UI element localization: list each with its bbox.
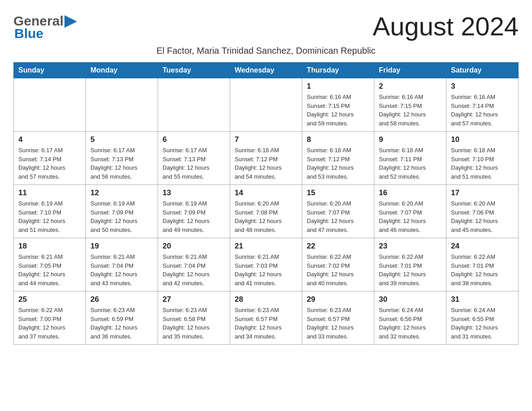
month-title: August 2024 [373, 13, 519, 39]
day-info: Sunrise: 6:20 AMSunset: 7:06 PMDaylight:… [451, 199, 514, 234]
day-number: 18 [18, 242, 81, 251]
day-number: 27 [163, 295, 225, 304]
day-info: Sunrise: 6:22 AMSunset: 7:01 PMDaylight:… [451, 253, 514, 287]
day-number: 7 [235, 135, 297, 144]
day-info: Sunrise: 6:20 AMSunset: 7:08 PMDaylight:… [235, 199, 297, 234]
calendar-table: SundayMondayTuesdayWednesdayThursdayFrid… [13, 62, 519, 345]
day-cell: 18Sunrise: 6:21 AMSunset: 7:05 PMDayligh… [14, 238, 86, 291]
day-cell: 15Sunrise: 6:20 AMSunset: 7:07 PMDayligh… [302, 185, 374, 238]
day-cell: 8Sunrise: 6:18 AMSunset: 7:12 PMDaylight… [302, 132, 374, 185]
day-cell: 1Sunrise: 6:16 AMSunset: 7:15 PMDaylight… [302, 78, 374, 132]
calendar-header-row: SundayMondayTuesdayWednesdayThursdayFrid… [14, 63, 519, 78]
day-info: Sunrise: 6:17 AMSunset: 7:14 PMDaylight:… [18, 146, 81, 181]
day-number: 9 [379, 135, 442, 144]
day-cell: 31Sunrise: 6:24 AMSunset: 6:55 PMDayligh… [446, 291, 519, 345]
day-info: Sunrise: 6:22 AMSunset: 7:01 PMDaylight:… [379, 253, 442, 287]
day-info: Sunrise: 6:19 AMSunset: 7:09 PMDaylight:… [163, 199, 225, 234]
day-number: 8 [307, 135, 369, 144]
day-cell: 10Sunrise: 6:18 AMSunset: 7:10 PMDayligh… [446, 132, 519, 185]
day-number: 19 [90, 242, 153, 251]
day-cell: 20Sunrise: 6:21 AMSunset: 7:04 PMDayligh… [158, 238, 230, 291]
day-info: Sunrise: 6:16 AMSunset: 7:14 PMDaylight:… [451, 93, 514, 128]
day-info: Sunrise: 6:18 AMSunset: 7:12 PMDaylight:… [307, 146, 369, 181]
logo-area: General Blue [13, 13, 77, 41]
day-number: 22 [307, 242, 369, 251]
day-number: 3 [451, 82, 514, 91]
day-number: 5 [90, 135, 153, 144]
day-number: 12 [90, 188, 153, 197]
day-cell: 25Sunrise: 6:22 AMSunset: 7:00 PMDayligh… [14, 291, 86, 345]
col-header-monday: Monday [86, 63, 158, 78]
location-subtitle: El Factor, Maria Trinidad Sanchez, Domin… [13, 46, 519, 56]
day-cell: 19Sunrise: 6:21 AMSunset: 7:04 PMDayligh… [86, 238, 158, 291]
day-cell: 3Sunrise: 6:16 AMSunset: 7:14 PMDaylight… [446, 78, 519, 132]
col-header-thursday: Thursday [302, 63, 374, 78]
day-number: 24 [451, 242, 514, 251]
day-number: 29 [307, 295, 369, 304]
svg-marker-0 [64, 15, 77, 28]
day-number: 4 [18, 135, 81, 144]
page-header: General Blue August 2024 [13, 13, 519, 41]
day-number: 16 [379, 188, 442, 197]
day-info: Sunrise: 6:22 AMSunset: 7:02 PMDaylight:… [307, 253, 369, 287]
col-header-wednesday: Wednesday [230, 63, 302, 78]
day-info: Sunrise: 6:19 AMSunset: 7:09 PMDaylight:… [90, 199, 153, 234]
day-number: 14 [235, 188, 297, 197]
logo-arrow-icon [64, 15, 77, 28]
day-info: Sunrise: 6:23 AMSunset: 6:57 PMDaylight:… [235, 306, 297, 341]
day-number: 31 [451, 295, 514, 304]
day-info: Sunrise: 6:17 AMSunset: 7:13 PMDaylight:… [90, 146, 153, 181]
day-cell: 12Sunrise: 6:19 AMSunset: 7:09 PMDayligh… [86, 185, 158, 238]
day-info: Sunrise: 6:21 AMSunset: 7:05 PMDaylight:… [18, 253, 81, 287]
day-cell: 17Sunrise: 6:20 AMSunset: 7:06 PMDayligh… [446, 185, 519, 238]
day-cell: 14Sunrise: 6:20 AMSunset: 7:08 PMDayligh… [230, 185, 302, 238]
day-cell: 2Sunrise: 6:16 AMSunset: 7:15 PMDaylight… [374, 78, 446, 132]
day-cell [86, 78, 158, 132]
day-cell: 24Sunrise: 6:22 AMSunset: 7:01 PMDayligh… [446, 238, 519, 291]
day-cell: 22Sunrise: 6:22 AMSunset: 7:02 PMDayligh… [302, 238, 374, 291]
day-number: 10 [451, 135, 514, 144]
day-cell: 4Sunrise: 6:17 AMSunset: 7:14 PMDaylight… [14, 132, 86, 185]
logo-blue-text: Blue [14, 26, 43, 41]
day-number: 21 [235, 242, 297, 251]
day-cell: 9Sunrise: 6:18 AMSunset: 7:11 PMDaylight… [374, 132, 446, 185]
day-cell: 16Sunrise: 6:20 AMSunset: 7:07 PMDayligh… [374, 185, 446, 238]
day-cell: 21Sunrise: 6:21 AMSunset: 7:03 PMDayligh… [230, 238, 302, 291]
day-cell: 26Sunrise: 6:23 AMSunset: 6:59 PMDayligh… [86, 291, 158, 345]
day-number: 26 [90, 295, 153, 304]
week-row-3: 11Sunrise: 6:19 AMSunset: 7:10 PMDayligh… [14, 185, 519, 238]
day-number: 20 [163, 242, 225, 251]
day-info: Sunrise: 6:18 AMSunset: 7:10 PMDaylight:… [451, 146, 514, 181]
day-cell: 23Sunrise: 6:22 AMSunset: 7:01 PMDayligh… [374, 238, 446, 291]
day-cell [14, 78, 86, 132]
day-cell: 5Sunrise: 6:17 AMSunset: 7:13 PMDaylight… [86, 132, 158, 185]
week-row-1: 1Sunrise: 6:16 AMSunset: 7:15 PMDaylight… [14, 78, 519, 132]
col-header-friday: Friday [374, 63, 446, 78]
week-row-5: 25Sunrise: 6:22 AMSunset: 7:00 PMDayligh… [14, 291, 519, 345]
day-info: Sunrise: 6:21 AMSunset: 7:04 PMDaylight:… [163, 253, 225, 287]
day-cell: 28Sunrise: 6:23 AMSunset: 6:57 PMDayligh… [230, 291, 302, 345]
day-cell: 7Sunrise: 6:18 AMSunset: 7:12 PMDaylight… [230, 132, 302, 185]
day-cell: 30Sunrise: 6:24 AMSunset: 6:56 PMDayligh… [374, 291, 446, 345]
week-row-2: 4Sunrise: 6:17 AMSunset: 7:14 PMDaylight… [14, 132, 519, 185]
day-info: Sunrise: 6:23 AMSunset: 6:59 PMDaylight:… [90, 306, 153, 341]
day-number: 6 [163, 135, 225, 144]
day-number: 28 [235, 295, 297, 304]
day-number: 15 [307, 188, 369, 197]
day-number: 23 [379, 242, 442, 251]
week-row-4: 18Sunrise: 6:21 AMSunset: 7:05 PMDayligh… [14, 238, 519, 291]
day-number: 25 [18, 295, 81, 304]
day-number: 17 [451, 188, 514, 197]
day-info: Sunrise: 6:17 AMSunset: 7:13 PMDaylight:… [163, 146, 225, 181]
day-cell: 29Sunrise: 6:23 AMSunset: 6:57 PMDayligh… [302, 291, 374, 345]
day-info: Sunrise: 6:18 AMSunset: 7:12 PMDaylight:… [235, 146, 297, 181]
day-number: 2 [379, 82, 442, 91]
day-number: 30 [379, 295, 442, 304]
day-cell: 27Sunrise: 6:23 AMSunset: 6:58 PMDayligh… [158, 291, 230, 345]
day-info: Sunrise: 6:18 AMSunset: 7:11 PMDaylight:… [379, 146, 442, 181]
day-info: Sunrise: 6:24 AMSunset: 6:55 PMDaylight:… [451, 306, 514, 341]
day-info: Sunrise: 6:20 AMSunset: 7:07 PMDaylight:… [379, 199, 442, 234]
day-info: Sunrise: 6:22 AMSunset: 7:00 PMDaylight:… [18, 306, 81, 341]
col-header-tuesday: Tuesday [158, 63, 230, 78]
day-info: Sunrise: 6:16 AMSunset: 7:15 PMDaylight:… [379, 93, 442, 128]
